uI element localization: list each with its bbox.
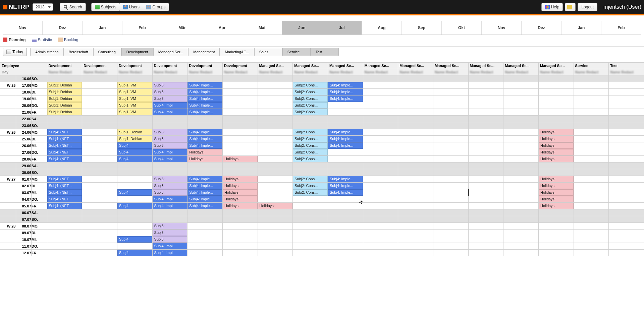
tab-backlog[interactable]: Backlog <box>58 38 78 42</box>
month-sep-10[interactable]: Sep <box>402 21 442 35</box>
year-value: 2013 <box>36 5 45 9</box>
groups-icon <box>146 5 151 9</box>
tab-planning[interactable]: Planning <box>3 38 26 42</box>
year-select[interactable]: 2013 <box>33 3 53 11</box>
logout-button[interactable]: Logout <box>578 3 597 11</box>
dept-tab-2[interactable]: Consulting <box>93 48 121 56</box>
groups-button[interactable]: Groups <box>143 3 169 11</box>
planning-icon <box>3 38 7 42</box>
month-mai-6[interactable]: Mai <box>242 21 282 35</box>
month-nov-0[interactable]: Nov <box>3 21 43 35</box>
backlog-icon <box>58 38 63 42</box>
month-nov-12[interactable]: Nov <box>482 21 522 35</box>
statistic-icon <box>32 38 37 42</box>
month-feb-15[interactable]: Feb <box>601 21 641 35</box>
current-user: mjentsch (User) <box>603 4 641 10</box>
search-icon <box>63 5 68 9</box>
dept-tab-5[interactable]: Management <box>188 48 220 56</box>
app-name: NETRP <box>9 4 29 11</box>
month-mär-4[interactable]: Mär <box>162 21 202 35</box>
logo-icon <box>3 5 7 9</box>
month-jul-8[interactable]: Jul <box>322 21 362 35</box>
tab-statistic[interactable]: Statistic <box>32 38 52 42</box>
month-aug-9[interactable]: Aug <box>362 21 402 35</box>
dept-tab-7[interactable]: Sales <box>254 48 282 56</box>
dept-tab-9[interactable]: Test <box>311 48 339 56</box>
dept-tab-6[interactable]: Marketing&E... <box>220 48 254 56</box>
topbar: NETRP 2013 Search Subjects Users Groups … <box>0 0 644 14</box>
dept-tab-4[interactable]: Managed Ser... <box>153 48 189 56</box>
month-dez-1[interactable]: Dez <box>43 21 83 35</box>
month-dez-13[interactable]: Dez <box>522 21 561 35</box>
help-icon <box>545 5 550 9</box>
filter-row: Today AdministrationBereitschaftConsulti… <box>0 47 644 57</box>
month-feb-3[interactable]: Feb <box>122 21 162 35</box>
search-button[interactable]: Search <box>60 3 86 11</box>
dept-tab-1[interactable]: Bereitschaft <box>64 48 93 56</box>
month-apr-5[interactable]: Apr <box>202 21 242 35</box>
lock-icon <box>567 5 572 9</box>
subjects-button[interactable]: Subjects <box>91 3 120 11</box>
month-bar: NovDezJanFebMärAprMaiJunJulAugSepOktNovD… <box>3 21 641 35</box>
view-tabs: Planning Statistic Backlog <box>0 35 644 47</box>
month-okt-11[interactable]: Okt <box>442 21 482 35</box>
subjects-icon <box>95 5 100 9</box>
lock-button[interactable] <box>565 3 576 11</box>
month-jan-2[interactable]: Jan <box>83 21 122 35</box>
app-logo: NETRP <box>3 4 29 11</box>
dept-tab-0[interactable]: Administration <box>30 48 64 56</box>
month-jun-7[interactable]: Jun <box>282 21 322 35</box>
dept-tab-8[interactable]: Service <box>282 48 311 56</box>
help-button[interactable]: Help <box>541 3 563 11</box>
today-icon <box>6 50 11 54</box>
users-button[interactable]: Users <box>120 3 143 11</box>
month-jan-14[interactable]: Jan <box>561 21 601 35</box>
today-button[interactable]: Today <box>3 48 27 56</box>
dept-tab-3[interactable]: Development <box>121 48 153 56</box>
users-icon <box>123 5 128 9</box>
